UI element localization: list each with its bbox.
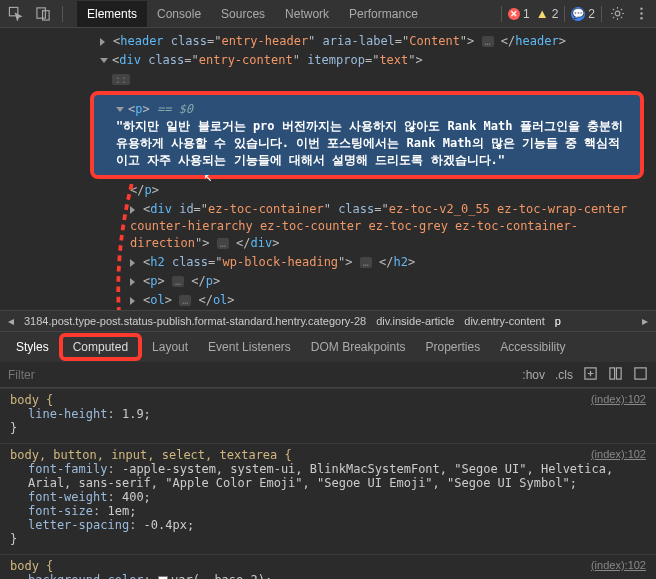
tab-elements[interactable]: Elements — [77, 1, 147, 27]
tab-accessibility[interactable]: Accessibility — [490, 334, 575, 360]
svg-rect-8 — [610, 367, 615, 378]
computed-toggle-icon[interactable] — [608, 366, 623, 384]
css-decl[interactable]: font-family: -apple-system, system-ui, B… — [10, 462, 646, 490]
dom-node-header[interactable]: <header class="entry-header" aria-label=… — [0, 32, 656, 51]
dom-node-toc[interactable]: <div id="ez-toc-container" class="ez-toc… — [0, 200, 656, 253]
more-icon[interactable] — [632, 5, 650, 23]
cls-toggle[interactable]: .cls — [555, 368, 573, 382]
device-toggle-icon[interactable] — [34, 5, 52, 23]
more-styles-icon[interactable] — [633, 366, 648, 384]
color-swatch-icon[interactable] — [158, 576, 168, 580]
dom-node-ol[interactable]: <ol> … </ol> — [0, 291, 656, 310]
css-decl[interactable]: line-height: 1.9; — [10, 407, 646, 421]
breadcrumb-left-icon[interactable]: ◂ — [8, 314, 14, 328]
styles-tabs: Styles Computed Layout Event Listeners D… — [0, 332, 656, 362]
styles-panel[interactable]: body { (index):102 line-height: 1.9; } b… — [0, 388, 656, 579]
css-origin[interactable]: (index):102 — [591, 393, 646, 407]
css-close: } — [10, 421, 646, 435]
selected-node-box[interactable]: <p> == $0 "하지만 일반 블로거는 pro 버전까지는 사용하지 않아… — [90, 91, 644, 179]
message-badge[interactable]: 💬2 — [571, 7, 595, 21]
styles-filter-input[interactable] — [8, 368, 512, 382]
css-origin[interactable]: (index):102 — [591, 559, 646, 573]
tab-dom-breakpoints[interactable]: DOM Breakpoints — [301, 334, 416, 360]
tab-console[interactable]: Console — [147, 1, 211, 27]
css-rule[interactable]: body, button, input, select, textarea { … — [0, 443, 656, 554]
breadcrumb-item[interactable]: div.entry-content — [464, 315, 545, 327]
styles-filter-bar: :hov .cls — [0, 362, 656, 388]
tab-performance[interactable]: Performance — [339, 1, 428, 27]
separator — [564, 6, 565, 22]
separator — [62, 6, 63, 22]
tab-computed[interactable]: Computed — [59, 333, 142, 361]
devtools-topbar: Elements Console Sources Network Perform… — [0, 0, 656, 28]
new-style-icon[interactable] — [583, 366, 598, 384]
svg-point-4 — [640, 8, 642, 10]
breadcrumb[interactable]: ◂ 3184.post.type-post.status-publish.for… — [0, 310, 656, 332]
topbar-right: ✕1 ▲2 💬2 — [501, 5, 650, 23]
hov-toggle[interactable]: :hov — [522, 368, 545, 382]
tab-event-listeners[interactable]: Event Listeners — [198, 334, 301, 360]
breadcrumb-item[interactable]: div.inside-article — [376, 315, 454, 327]
css-rule[interactable]: body { (index):102 background-color: var… — [0, 554, 656, 579]
separator — [501, 6, 502, 22]
dom-node-h2[interactable]: <h2 class="wp-block-heading"> … </h2> — [0, 253, 656, 272]
main-tabs: Elements Console Sources Network Perform… — [77, 1, 428, 27]
settings-icon[interactable] — [608, 5, 626, 23]
css-selector[interactable]: body { — [10, 559, 53, 573]
tab-network[interactable]: Network — [275, 1, 339, 27]
css-decl[interactable]: background-color: var(--base-2); — [10, 573, 646, 579]
svg-rect-9 — [616, 367, 621, 378]
tab-layout[interactable]: Layout — [142, 334, 198, 360]
selected-node-eq: == $0 — [150, 102, 193, 116]
svg-rect-1 — [36, 8, 44, 18]
tab-sources[interactable]: Sources — [211, 1, 275, 27]
dom-ellipsis[interactable]: :: — [0, 70, 656, 89]
inspect-icon[interactable] — [6, 5, 24, 23]
css-origin[interactable]: (index):102 — [591, 448, 646, 462]
svg-point-3 — [615, 11, 620, 16]
svg-point-5 — [640, 12, 642, 14]
css-decl[interactable]: font-size: 1em; — [10, 504, 646, 518]
css-selector[interactable]: body, button, input, select, textarea { — [10, 448, 292, 462]
dom-node-p[interactable]: <p> … </p> — [0, 272, 656, 291]
selected-node-text: "하지만 일반 블로거는 pro 버전까지는 사용하지 않아도 Rank Mat… — [116, 118, 630, 169]
breadcrumb-right-icon[interactable]: ▸ — [642, 314, 648, 328]
css-rule[interactable]: body { (index):102 line-height: 1.9; } — [0, 388, 656, 443]
tab-styles[interactable]: Styles — [6, 334, 59, 360]
separator — [601, 6, 602, 22]
css-selector[interactable]: body { — [10, 393, 53, 407]
svg-rect-10 — [635, 367, 646, 378]
svg-point-6 — [640, 17, 642, 19]
breadcrumb-item[interactable]: p — [555, 315, 561, 327]
tab-properties[interactable]: Properties — [416, 334, 491, 360]
warning-badge[interactable]: ▲2 — [536, 6, 559, 21]
error-badge[interactable]: ✕1 — [508, 7, 530, 21]
elements-tree[interactable]: <header class="entry-header" aria-label=… — [0, 28, 656, 310]
css-decl[interactable]: letter-spacing: -0.4px; — [10, 518, 646, 532]
css-decl[interactable]: font-weight: 400; — [10, 490, 646, 504]
dom-node-close-p[interactable]: </p> — [0, 181, 656, 200]
css-close: } — [10, 532, 646, 546]
breadcrumb-item[interactable]: 3184.post.type-post.status-publish.forma… — [24, 315, 366, 327]
dom-node-entry-content[interactable]: <div class="entry-content" itemprop="tex… — [0, 51, 656, 70]
